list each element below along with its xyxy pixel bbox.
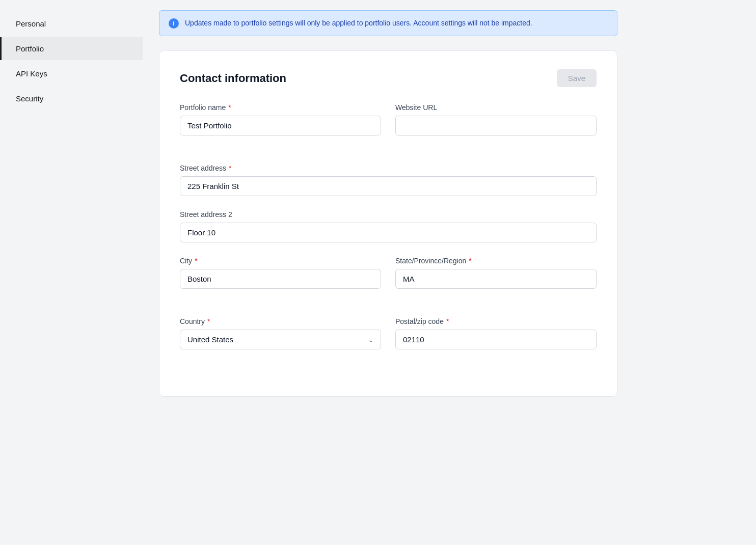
save-button[interactable]: Save [557,69,597,87]
info-banner-text: Updates made to portfolio settings will … [185,18,532,29]
sidebar-item-api-keys[interactable]: API Keys [0,62,143,85]
sidebar: Personal Portfolio API Keys Security [0,0,143,545]
street-address2-label: Street address 2 [180,210,597,219]
portfolio-name-group: Portfolio name * [180,103,381,135]
sidebar-item-security[interactable]: Security [0,87,143,110]
city-input[interactable] [180,269,381,289]
required-star: * [195,257,197,265]
country-group: Country * United States Canada United Ki… [180,317,381,349]
country-select-wrapper: United States Canada United Kingdom ⌄ [180,330,381,349]
form-row-1: Portfolio name * Website URL [180,103,597,150]
website-url-input[interactable] [395,116,597,135]
required-star: * [207,317,210,325]
sidebar-item-portfolio[interactable]: Portfolio [0,37,143,60]
street-address-input[interactable] [180,176,597,196]
state-label: State/Province/Region * [395,257,597,265]
postal-label: Postal/zip code * [395,317,597,325]
street-address2-group: Street address 2 [180,210,597,242]
sidebar-item-personal[interactable]: Personal [0,12,143,35]
state-input[interactable] [395,269,597,289]
required-star: * [228,103,231,112]
state-group: State/Province/Region * [395,257,597,289]
portfolio-name-label: Portfolio name * [180,103,381,112]
card-header: Contact information Save [180,69,597,87]
info-icon: i [169,18,179,29]
form-row-country-postal: Country * United States Canada United Ki… [180,317,597,364]
country-select[interactable]: United States Canada United Kingdom [180,330,381,349]
portfolio-name-input[interactable] [180,116,381,135]
city-label: City * [180,257,381,265]
postal-input[interactable] [395,330,597,349]
sidebar-item-label: Security [16,94,43,103]
required-star: * [446,317,449,325]
country-label: Country * [180,317,381,325]
contact-information-card: Contact information Save Portfolio name … [159,50,617,397]
city-group: City * [180,257,381,289]
street-address-label: Street address * [180,164,597,172]
card-title: Contact information [180,72,286,85]
sidebar-item-label: Portfolio [16,44,44,53]
info-banner: i Updates made to portfolio settings wil… [159,10,617,36]
street-address2-input[interactable] [180,223,597,242]
street-address-group: Street address * [180,164,597,196]
sidebar-item-label: API Keys [16,69,47,78]
website-url-label: Website URL [395,103,597,112]
required-star: * [469,257,471,265]
postal-group: Postal/zip code * [395,317,597,349]
sidebar-item-label: Personal [16,19,46,28]
main-content: i Updates made to portfolio settings wil… [143,0,756,545]
website-url-group: Website URL [395,103,597,135]
form-row-city-state: City * State/Province/Region * [180,257,597,303]
required-star: * [229,164,231,172]
